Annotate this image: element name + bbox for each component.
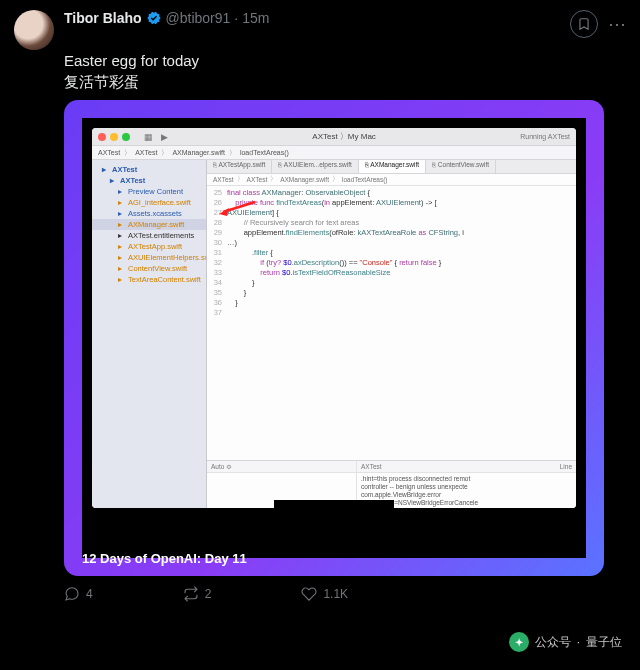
editor-tab: ⎘ AXTestApp.swift xyxy=(207,160,272,173)
tweet-text-line1: Easter egg for today xyxy=(64,52,626,69)
navigator-item: ▸AXTest xyxy=(92,164,206,175)
navigator-item: ▸ContentView.swift xyxy=(92,263,206,274)
scheme-name: AXTest xyxy=(312,132,337,141)
jump-bar: AXTest〉AXTest〉AXManager.swift〉loadTextAr… xyxy=(207,174,576,186)
separator-dot: · xyxy=(234,10,238,26)
xcode-titlebar: ▦ ▶ AXTest 〉My Mac Running AXTest xyxy=(92,128,576,146)
editor-tab: ⎘ ContentView.swift xyxy=(426,160,496,173)
timestamp[interactable]: 15m xyxy=(242,10,269,26)
reply-icon xyxy=(64,586,80,602)
xcode-window: ▦ ▶ AXTest 〉My Mac Running AXTest AXTest… xyxy=(92,128,576,508)
reply-button[interactable]: 4 xyxy=(64,586,93,602)
navigator-item: ▸AGI_interface.swift xyxy=(92,197,206,208)
editor-tab: ⎘ AXManager.swift xyxy=(359,160,426,173)
breadcrumb: AXTest〉AXTest〉AXManager.swift〉loadTextAr… xyxy=(92,146,576,160)
editor-tab: ⎘ AXUIElem...elpers.swift xyxy=(272,160,358,173)
navigator-item: ▸AXManager.swift xyxy=(92,219,206,230)
source-code: final class AXManager: ObservableObject … xyxy=(225,186,576,460)
navigator-item: ▸AXTestApp.swift xyxy=(92,241,206,252)
sidebar-toggle-icon: ▦ xyxy=(144,132,153,142)
retweet-icon xyxy=(183,586,199,602)
media-caption: 12 Days of OpenAI: Day 11 xyxy=(82,551,247,566)
user-handle[interactable]: @btibor91 xyxy=(166,10,231,26)
more-button[interactable]: ⋯ xyxy=(608,19,626,29)
navigator-item: ▸AXTest.entitlements xyxy=(92,230,206,241)
bookmark-icon xyxy=(577,17,591,31)
avatar[interactable] xyxy=(14,10,54,50)
close-icon xyxy=(98,133,106,141)
navigator-item: ▸TextAreaContent.swift xyxy=(92,274,206,285)
retweet-button[interactable]: 2 xyxy=(183,586,212,602)
navigator-item: ▸AXTest xyxy=(92,175,206,186)
zoom-icon xyxy=(122,133,130,141)
verified-badge-icon xyxy=(146,10,162,26)
run-status: Running AXTest xyxy=(520,133,570,140)
like-button[interactable]: 1.1K xyxy=(301,586,348,602)
project-navigator: ▸AXTest▸AXTest▸Preview Content▸AGI_inter… xyxy=(92,160,207,508)
display-name[interactable]: Tibor Blaho xyxy=(64,10,142,26)
tweet-media[interactable]: ▦ ▶ AXTest 〉My Mac Running AXTest AXTest… xyxy=(64,100,604,576)
navigator-item: ▸AXUIElementHelpers.swift xyxy=(92,252,206,263)
line-gutter: 25262728293031323334353637 xyxy=(207,186,225,460)
heart-icon xyxy=(301,586,317,602)
navigator-item: ▸Preview Content xyxy=(92,186,206,197)
bookmark-button[interactable] xyxy=(570,10,598,38)
run-icon: ▶ xyxy=(161,132,168,142)
watermark: ✦ 公众号·量子位 xyxy=(509,632,622,652)
editor-tabs: ⎘ AXTestApp.swift⎘ AXUIElem...elpers.swi… xyxy=(207,160,576,174)
redaction-box xyxy=(274,500,394,512)
minimize-icon xyxy=(110,133,118,141)
navigator-item: ▸Assets.xcassets xyxy=(92,208,206,219)
tweet-text-line2: 复活节彩蛋 xyxy=(64,73,626,92)
wechat-icon: ✦ xyxy=(509,632,529,652)
